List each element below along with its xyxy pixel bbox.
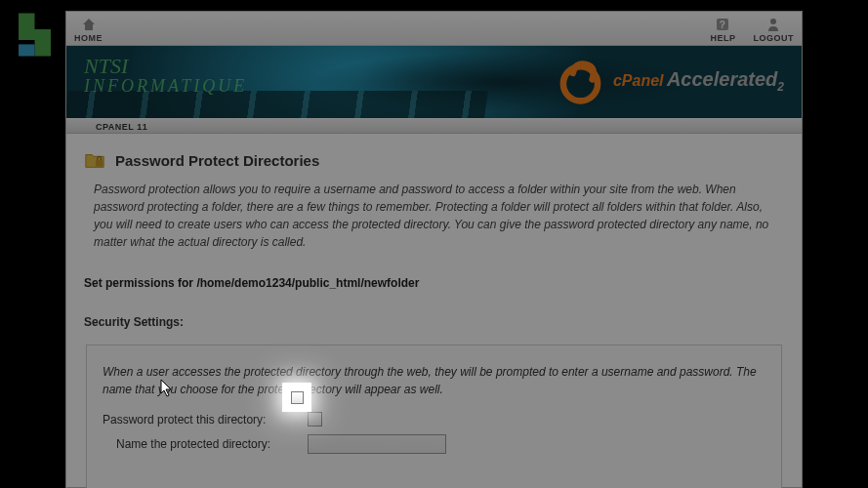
logout-button[interactable]: LOGOUT — [754, 17, 795, 43]
breadcrumb: CPANEL 11 — [66, 118, 802, 134]
permissions-path: /home/demo1234/public_html/newfolder — [196, 276, 419, 290]
folder-lock-icon — [84, 149, 105, 171]
protect-checkbox-label: Password protect this directory: — [103, 413, 308, 427]
main-panel: HOME ? HELP LOGOUT NTSI INFORMATIQUE — [65, 11, 803, 488]
security-settings-box: When a user accesses the protected direc… — [86, 345, 782, 488]
security-description: When a user accesses the protected direc… — [103, 363, 765, 398]
directory-name-label: Name the protected directory: — [103, 437, 308, 451]
svg-rect-4 — [96, 160, 103, 166]
topbar: HOME ? HELP LOGOUT — [66, 12, 802, 46]
svg-point-2 — [770, 19, 776, 24]
home-button[interactable]: HOME — [74, 17, 103, 43]
content: Password Protect Directories Password pr… — [66, 134, 802, 488]
help-label: HELP — [710, 33, 735, 43]
banner: NTSI INFORMATIQUE cPanel Accelerated2 — [66, 46, 802, 118]
breadcrumb-text[interactable]: CPANEL 11 — [96, 122, 147, 132]
cpanel-logo: cPanel Accelerated2 — [554, 54, 784, 107]
svg-text:?: ? — [720, 20, 726, 30]
banner-brand-text: NTSI INFORMATIQUE — [84, 56, 247, 95]
logout-label: LOGOUT — [754, 33, 795, 43]
security-settings-heading: Security Settings: — [84, 315, 784, 329]
protect-checkbox[interactable] — [308, 412, 322, 427]
cpanel-word: cPanel — [613, 72, 664, 89]
background-logo — [8, 8, 62, 61]
permissions-line: Set permissions for /home/demo1234/publi… — [84, 276, 784, 290]
page-title: Password Protect Directories — [115, 152, 319, 169]
home-label: HOME — [74, 33, 103, 43]
directory-name-input[interactable] — [308, 434, 446, 454]
page-description: Password protection allows you to requir… — [84, 181, 784, 251]
help-button[interactable]: ? HELP — [710, 17, 735, 43]
accelerated-word: Accelerated2 — [667, 68, 784, 90]
